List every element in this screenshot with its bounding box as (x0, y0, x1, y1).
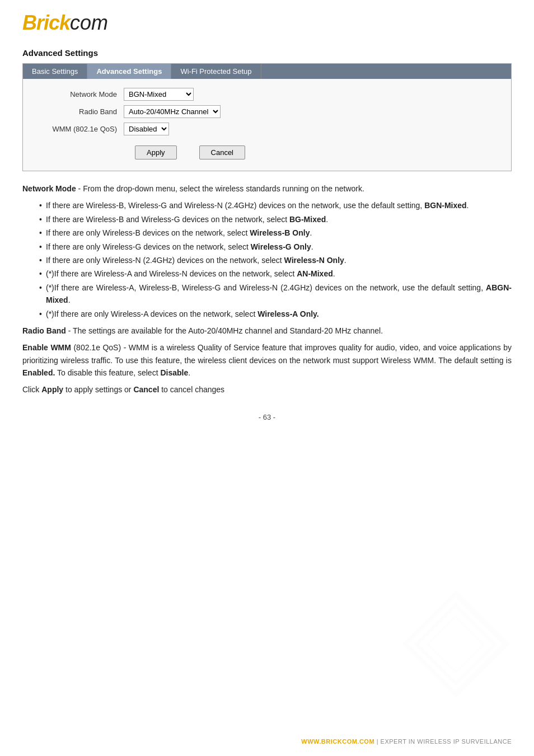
list-item: If there are only Wireless-G devices on … (39, 241, 512, 253)
logo-brick: Brick (22, 11, 70, 34)
bullet-text-3: If there are only Wireless-B devices on … (46, 228, 312, 237)
radio-band-row: Radio Band Auto-20/40MHz Channel Standar… (34, 105, 500, 118)
list-item: If there are only Wireless-N (2.4GHz) de… (39, 254, 512, 266)
wmm-paren: (802.1e QoS) (73, 343, 121, 352)
footer-brand-sep: | (374, 738, 380, 745)
bullet-text-7: (*)If there are Wireless-A, Wireless-B, … (46, 283, 512, 304)
network-mode-label: Network Mode (34, 90, 124, 98)
svg-marker-0 (405, 594, 506, 694)
page-title: Advanced Settings (22, 48, 512, 58)
list-item: If there are Wireless-B and Wireless-G d… (39, 213, 512, 226)
wmm-select[interactable]: Disabled Enabled (124, 123, 169, 135)
wmm-label: WMM (802.1e QoS) (34, 125, 124, 133)
list-item: If there are Wireless-B, Wireless-G and … (39, 199, 512, 212)
buttons-row: Apply Cancel (34, 140, 500, 162)
bullet-list: If there are Wireless-B, Wireless-G and … (39, 199, 512, 320)
logo: Brickcom (22, 11, 512, 35)
tab-bar: Basic Settings Advanced Settings Wi-Fi P… (23, 64, 511, 79)
radio-band-label: Radio Band (34, 107, 124, 116)
radio-band-desc: - The settings are available for the Aut… (68, 326, 383, 335)
content-area: Network Mode - From the drop-down menu, … (22, 182, 512, 396)
bullet-text-8: (*)If there are only Wireless-A devices … (46, 309, 319, 318)
apply-button[interactable]: Apply (135, 145, 177, 159)
footer-brand-url: WWW.BRICKCOM.COM (301, 738, 374, 745)
radio-band-control: Auto-20/40MHz Channel Standard-20MHz (124, 105, 221, 118)
wmm-control: Disabled Enabled (124, 123, 169, 135)
footer-brand-tagline: EXPERT IN WIRELESS IP SURVEILLANCE (381, 738, 512, 745)
watermark (400, 588, 512, 700)
network-mode-desc: - From the drop-down menu, select the wi… (78, 184, 364, 193)
wmm-row: WMM (802.1e QoS) Disabled Enabled (34, 123, 500, 135)
network-mode-title: Network Mode (22, 184, 76, 193)
settings-panel: Basic Settings Advanced Settings Wi-Fi P… (22, 63, 512, 171)
network-mode-row: Network Mode BGN-Mixed BG-Mixed Wireless… (34, 88, 500, 101)
footer-page: - 63 - (22, 413, 512, 421)
wmm-paragraph: Enable WMM (802.1e QoS) - WMM is a wirel… (22, 341, 512, 379)
tab-wps[interactable]: Wi-Fi Protected Setup (171, 64, 261, 79)
click-paragraph: Click Apply to apply settings or Cancel … (22, 383, 512, 396)
svg-marker-2 (428, 616, 484, 672)
footer-brand: WWW.BRICKCOM.COM | EXPERT IN WIRELESS IP… (301, 738, 512, 745)
radio-band-paragraph: Radio Band - The settings are available … (22, 325, 512, 337)
cancel-button[interactable]: Cancel (199, 145, 245, 159)
form-area: Network Mode BGN-Mixed BG-Mixed Wireless… (23, 79, 511, 171)
network-mode-select[interactable]: BGN-Mixed BG-Mixed Wireless-B Only Wirel… (124, 88, 194, 101)
bullet-text-4: If there are only Wireless-G devices on … (46, 242, 313, 251)
wmm-title: Enable WMM (22, 343, 71, 352)
tab-advanced-settings[interactable]: Advanced Settings (87, 64, 171, 79)
list-item: (*)If there are Wireless-A, Wireless-B, … (39, 281, 512, 307)
network-mode-paragraph: Network Mode - From the drop-down menu, … (22, 182, 512, 195)
list-item: (*)If there are only Wireless-A devices … (39, 308, 512, 320)
radio-band-select[interactable]: Auto-20/40MHz Channel Standard-20MHz (124, 105, 221, 118)
radio-band-title: Radio Band (22, 326, 66, 335)
bullet-text-6: (*)If there are Wireless-A and Wireless-… (46, 269, 335, 278)
network-mode-control: BGN-Mixed BG-Mixed Wireless-B Only Wirel… (124, 88, 194, 101)
tab-basic-settings[interactable]: Basic Settings (23, 64, 87, 79)
bullet-text-5: If there are only Wireless-N (2.4GHz) de… (46, 256, 346, 265)
bullet-text-1: If there are Wireless-B, Wireless-G and … (46, 201, 469, 210)
bullet-text-2: If there are Wireless-B and Wireless-G d… (46, 215, 328, 224)
svg-marker-1 (416, 605, 495, 683)
logo-com: com (70, 11, 108, 34)
list-item: (*)If there are Wireless-A and Wireless-… (39, 267, 512, 280)
list-item: If there are only Wireless-B devices on … (39, 227, 512, 239)
